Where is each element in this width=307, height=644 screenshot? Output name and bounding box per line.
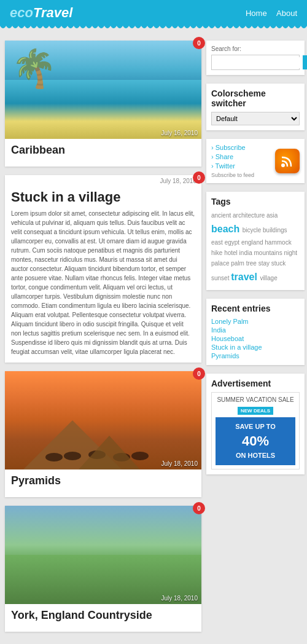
tag-night[interactable]: night: [284, 249, 297, 256]
tag-hike[interactable]: hike: [211, 249, 224, 256]
tag-beach[interactable]: beach: [211, 224, 243, 234]
tag-stuck[interactable]: stuck: [271, 260, 286, 267]
ad-save: SAVE UP TO: [220, 422, 290, 431]
recent-item-4[interactable]: Pyramids: [211, 351, 300, 360]
ad-on: ON HOTELS: [220, 451, 290, 460]
tag-india[interactable]: india: [239, 249, 254, 256]
tag-hammock[interactable]: hammock: [265, 239, 291, 246]
post-pyramids: 0 July 18, 2010 Pyramids: [5, 371, 201, 497]
sidebar: Search for: 🔍 Colorscheme switcher Defau…: [206, 41, 305, 644]
post-image-caribbean[interactable]: July 16, 2010: [5, 41, 201, 139]
tag-hotel[interactable]: hotel: [224, 249, 239, 256]
post-body-england: York, England Countryside: [5, 604, 201, 632]
tag-asia[interactable]: asia: [266, 212, 278, 219]
ad-title: Advertisement: [211, 379, 300, 388]
main-content: 0 July 16, 2010 Caribbean 0 July 18, 201…: [5, 41, 201, 644]
svg-point-1: [64, 452, 81, 460]
svg-point-2: [88, 450, 106, 459]
date-england: July 18, 2010: [161, 595, 198, 602]
post-title-england[interactable]: York, England Countryside: [11, 609, 195, 622]
feed-label: Subscribe to feed: [211, 172, 254, 178]
post-village: 0 July 18, 2010 Stuck in a village Lorem…: [5, 175, 201, 363]
post-body-village: Stuck in a village Lorem ipsum dolor sit…: [5, 184, 201, 363]
tag-east[interactable]: east: [211, 239, 225, 246]
comment-badge-village: 0: [193, 171, 205, 184]
colorscheme-widget: Colorscheme switcher Default: [206, 84, 305, 130]
twitter-link[interactable]: Twitter: [211, 162, 254, 170]
logo-prefix: eco: [10, 5, 33, 20]
ad-pct: 40%: [220, 432, 290, 451]
share-link[interactable]: Share: [211, 153, 254, 160]
post-caribbean: 0 July 16, 2010 Caribbean: [5, 41, 201, 167]
tags-cloud: ancient architecture asia beach bicycle …: [211, 210, 300, 285]
svg-point-5: [281, 163, 285, 167]
tag-buildings[interactable]: buildings: [263, 227, 287, 234]
header: ecoTravel Home About: [0, 0, 307, 26]
post-image-pyramids[interactable]: July 18, 2010: [5, 371, 201, 469]
search-widget: Search for: 🔍: [206, 41, 305, 75]
nav-about[interactable]: About: [276, 9, 297, 18]
subscribe-link[interactable]: Subscribe: [211, 144, 254, 151]
tag-stay[interactable]: stay: [258, 260, 271, 267]
logo-suffix: Travel: [33, 5, 72, 20]
post-england: 0 July 18, 2010 York, England Countrysid…: [5, 506, 201, 632]
tag-mountains[interactable]: mountains: [254, 249, 284, 256]
tag-village[interactable]: village: [260, 275, 277, 281]
tag-palace[interactable]: palace: [211, 260, 231, 267]
recent-item-2[interactable]: Houseboat: [211, 334, 300, 343]
logo: ecoTravel: [10, 5, 72, 21]
comment-badge-england: 0: [193, 502, 205, 514]
ad-promo-title: SUMMER VACATION SALE: [216, 396, 295, 403]
post-text-village: Lorem ipsum dolor sit amet, consectetur …: [11, 209, 195, 356]
tag-sunset[interactable]: sunset: [211, 275, 231, 281]
tag-england[interactable]: england: [241, 239, 265, 246]
svg-point-4: [131, 452, 149, 460]
search-input[interactable]: [212, 57, 303, 68]
svg-point-3: [113, 453, 130, 461]
tag-travel[interactable]: travel: [231, 272, 260, 282]
search-row: 🔍: [211, 55, 300, 70]
comment-badge-pyramids: 0: [193, 367, 205, 380]
search-button[interactable]: 🔍: [303, 55, 307, 69]
subscribe-widget: Subscribe Share Twitter Subscribe to fee…: [206, 139, 305, 183]
svg-point-0: [45, 453, 63, 461]
post-title-caribbean[interactable]: Caribbean: [11, 144, 195, 157]
date-village: July 18, 2010: [5, 175, 201, 184]
rss-icon: [281, 154, 294, 168]
rss-button[interactable]: [275, 149, 300, 173]
post-body-caribbean: Caribbean: [5, 139, 201, 167]
main-nav: Home About: [238, 9, 297, 18]
recent-item-0[interactable]: Lonely Palm: [211, 317, 300, 326]
post-image-england[interactable]: July 18, 2010: [5, 506, 201, 604]
colorscheme-select[interactable]: Default: [211, 112, 300, 125]
recent-widget: Recent entries Lonely Palm India Housebo…: [206, 299, 305, 365]
recent-list: Lonely Palm India Houseboat Stuck in a v…: [211, 317, 300, 360]
tag-ancient[interactable]: ancient: [211, 212, 233, 219]
ad-offer: SAVE UP TO 40% ON HOTELS: [216, 417, 295, 465]
post-title-village[interactable]: Stuck in a village: [11, 189, 195, 205]
comment-badge-caribbean: 0: [193, 37, 205, 49]
colorscheme-title: Colorscheme switcher: [211, 88, 300, 108]
tag-tree[interactable]: tree: [246, 260, 258, 267]
ad-box[interactable]: SUMMER VACATION SALE NEW DEALS SAVE UP T…: [211, 392, 300, 469]
subscribe-links: Subscribe Share Twitter: [211, 144, 254, 170]
nav-home[interactable]: Home: [246, 9, 267, 18]
recent-item-1[interactable]: India: [211, 326, 300, 334]
post-title-pyramids[interactable]: Pyramids: [11, 474, 195, 487]
tag-architecture[interactable]: architecture: [233, 212, 266, 219]
ad-widget: Advertisement SUMMER VACATION SALE NEW D…: [206, 374, 305, 474]
older-entries-link[interactable]: Older Entries: [5, 640, 201, 644]
tag-bicycle[interactable]: bicycle: [243, 227, 263, 234]
tag-egypt[interactable]: egypt: [225, 239, 241, 246]
post-body-pyramids: Pyramids: [5, 469, 201, 497]
subscribe-links-group: Subscribe Share Twitter Subscribe to fee…: [211, 144, 254, 178]
date-caribbean: July 16, 2010: [161, 130, 198, 136]
recent-item-3[interactable]: Stuck in a village: [211, 343, 300, 351]
tag-palm[interactable]: palm: [231, 260, 246, 267]
search-label: Search for:: [211, 45, 300, 52]
recent-title: Recent entries: [211, 304, 300, 313]
camel-svg: [42, 444, 152, 462]
tags-title: Tags: [211, 197, 300, 206]
ad-badge: NEW DEALS: [238, 407, 273, 415]
tags-widget: Tags ancient architecture asia beach bic…: [206, 192, 305, 290]
